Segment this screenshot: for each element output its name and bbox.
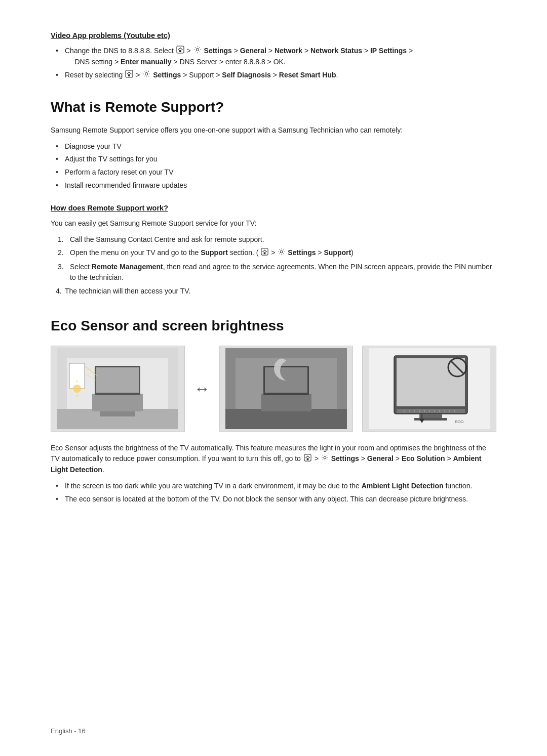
list-item: Change the DNS to 8.8.8.8. Select > <box>56 46 496 68</box>
step-num: 1. <box>58 234 64 245</box>
svg-rect-28 <box>268 411 304 416</box>
eco-bullets: If the screen is too dark while you are … <box>51 481 496 505</box>
eco-image-1 <box>51 346 185 432</box>
arrow-right: ↔ <box>194 376 210 401</box>
bullet-text-4: > <box>136 71 142 79</box>
eco-images-row: ↔ <box>51 346 496 432</box>
home-icon <box>176 46 184 57</box>
step-text: Select Remote Management, then read and … <box>70 263 492 282</box>
svg-point-5 <box>145 73 148 75</box>
svg-point-8 <box>281 250 283 253</box>
svg-rect-34 <box>419 414 442 418</box>
list-item: The eco sensor is located at the bottom … <box>56 494 496 505</box>
svg-rect-1 <box>179 50 181 52</box>
svg-point-2 <box>196 48 199 51</box>
how-heading: How does Remote Support work? <box>51 203 496 214</box>
gear-icon <box>193 46 202 57</box>
remote-support-heading: What is Remote Support? <box>51 97 496 118</box>
bullet-text-5: Settings > Support > Self Diagnosis > Re… <box>153 71 338 79</box>
eco-sensor-heading: Eco Sensor and screen brightness <box>51 315 496 337</box>
home-icon-3 <box>261 248 268 259</box>
bullet-text: Change the DNS to 8.8.8.8. Select <box>65 47 176 55</box>
svg-rect-12 <box>92 394 143 411</box>
list-item: Diagnose your TV <box>56 141 496 152</box>
page: Video App problems (Youtube etc) Change … <box>0 0 547 756</box>
list-item: Install recommended firmware updates <box>56 180 496 191</box>
list-item: Reset by selecting > Settings > Sup <box>56 70 496 81</box>
remote-support-bullets: Diagnose your TV Adjust the TV settings … <box>51 141 496 191</box>
step-text: The technician will then access your TV. <box>65 287 190 295</box>
bullet-text-2: > <box>187 47 193 55</box>
gear-icon-3 <box>278 248 285 259</box>
list-item: 3. Select Remote Management, then read a… <box>56 262 496 283</box>
home-icon-2 <box>125 70 133 81</box>
remote-support-intro: Samsung Remote Support service offers yo… <box>51 125 496 136</box>
step-num: 4. <box>56 286 62 297</box>
svg-text:ECO: ECO <box>455 419 463 424</box>
svg-rect-27 <box>261 394 311 411</box>
svg-point-19 <box>73 385 81 393</box>
list-item: 1. Call the Samsung Contact Centre and a… <box>56 234 496 245</box>
how-intro: You can easily get Samsung Remote Suppor… <box>51 218 496 229</box>
video-app-heading: Video App problems (Youtube etc) <box>51 30 496 41</box>
list-item: If the screen is too dark while you are … <box>56 481 496 492</box>
svg-rect-15 <box>96 367 139 393</box>
video-app-section: Video App problems (Youtube etc) Change … <box>51 30 496 81</box>
video-app-bullets: Change the DNS to 8.8.8.8. Select > <box>51 46 496 81</box>
gear-icon-4 <box>321 454 329 465</box>
gear-icon-2 <box>142 70 150 81</box>
list-item: 4. The technician will then access your … <box>56 286 496 297</box>
eco-sensor-section: Eco Sensor and screen brightness <box>51 315 496 505</box>
list-item: Adjust the TV settings for you <box>56 154 496 165</box>
bullet-text-reset: Reset by selecting <box>65 71 125 79</box>
home-icon-4 <box>304 454 311 465</box>
svg-point-55 <box>324 456 326 459</box>
remote-support-section: What is Remote Support? Samsung Remote S… <box>51 97 496 297</box>
svg-rect-54 <box>306 458 308 460</box>
list-item: 2. Open the menu on your TV and go to th… <box>56 247 496 259</box>
eco-body-text: Eco Sensor adjusts the brightness of the… <box>51 443 496 476</box>
step-num: 3. <box>58 262 64 273</box>
page-footer: English - 16 <box>51 726 86 736</box>
svg-rect-7 <box>264 252 266 254</box>
svg-rect-30 <box>265 367 307 393</box>
list-item: Perform a factory reset on your TV <box>56 167 496 178</box>
svg-rect-35 <box>414 418 447 421</box>
step-text: Call the Samsung Contact Centre and ask … <box>70 235 264 243</box>
svg-rect-13 <box>100 411 135 416</box>
step-num: 2. <box>58 247 64 259</box>
svg-rect-4 <box>128 74 130 76</box>
eco-image-2 <box>219 346 354 432</box>
step-text: Open the menu on your TV and go to the S… <box>70 248 354 257</box>
eco-image-3: ECO <box>362 346 496 432</box>
how-steps: 1. Call the Samsung Contact Centre and a… <box>51 234 496 297</box>
